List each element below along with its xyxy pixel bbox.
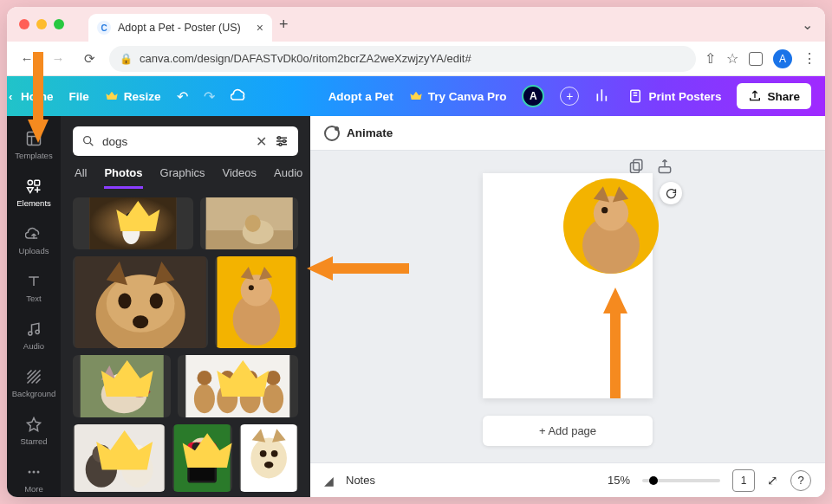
page-count-button[interactable]: 1 xyxy=(732,469,755,492)
chrome-menu-icon[interactable]: ⋮ xyxy=(803,50,816,67)
zoom-slider[interactable] xyxy=(642,479,720,482)
text-icon xyxy=(25,273,42,290)
rail-item-elements[interactable]: Elements xyxy=(7,169,61,216)
back-button[interactable]: ← xyxy=(16,48,38,70)
panel-tab-graphics[interactable]: Graphics xyxy=(160,166,205,189)
url-text: canva.com/design/DAFASTvDk0o/ritom2bcrZA… xyxy=(140,52,471,65)
notes-icon: ◢ xyxy=(324,474,334,488)
add-collaborator-button[interactable]: + xyxy=(560,87,579,106)
svg-point-5 xyxy=(36,330,39,333)
filters-icon[interactable] xyxy=(274,133,289,149)
panel-tab-videos[interactable]: Videos xyxy=(223,166,257,189)
photo-thumbnail[interactable] xyxy=(200,197,298,249)
elements-icon xyxy=(25,178,42,195)
photo-thumbnail[interactable] xyxy=(239,424,298,492)
rail-item-more[interactable]: More xyxy=(7,455,61,497)
tab-close-icon[interactable]: × xyxy=(257,21,263,35)
resize-button[interactable]: Resize xyxy=(105,89,161,103)
share-button[interactable]: Share xyxy=(737,83,811,109)
photo-thumbnail[interactable] xyxy=(172,424,231,492)
favicon-icon: C xyxy=(97,21,111,35)
reload-button[interactable]: ⟳ xyxy=(78,48,101,70)
window-controls[interactable] xyxy=(19,19,64,29)
search-icon xyxy=(81,134,95,148)
project-title[interactable]: Adopt a Pet xyxy=(328,90,393,103)
new-tab-button[interactable]: + xyxy=(279,16,289,34)
svg-point-29 xyxy=(241,275,272,306)
starred-icon xyxy=(25,416,42,433)
rail-label: Text xyxy=(26,294,41,303)
pro-badge-icon xyxy=(183,355,298,412)
chrome-profile-avatar[interactable]: A xyxy=(773,49,792,68)
svg-point-6 xyxy=(29,471,31,474)
photo-thumbnail[interactable] xyxy=(73,424,166,492)
bookmark-icon[interactable]: ☆ xyxy=(726,50,738,67)
elements-search-input[interactable] xyxy=(102,135,249,148)
rail-label: Background xyxy=(12,389,56,398)
user-avatar[interactable]: A xyxy=(522,85,544,107)
svg-point-62 xyxy=(264,462,273,468)
background-icon xyxy=(25,368,42,385)
rail-item-background[interactable]: Background xyxy=(7,359,61,407)
rail-label: Uploads xyxy=(19,246,49,255)
animate-icon xyxy=(324,126,340,141)
clear-search-icon[interactable]: ✕ xyxy=(256,133,267,150)
tab-title: Adopt a Pet - Poster (US) xyxy=(118,22,241,34)
home-button[interactable]: ‹ Home xyxy=(21,90,54,103)
svg-point-11 xyxy=(283,140,286,143)
undo-button[interactable]: ↶ xyxy=(177,88,188,105)
redo-button[interactable]: ↷ xyxy=(204,88,215,105)
export-page-icon[interactable] xyxy=(656,158,673,175)
browser-tab[interactable]: C Adopt a Pet - Poster (US) × xyxy=(88,14,272,42)
photo-results-grid xyxy=(61,197,310,497)
animate-button[interactable]: Animate xyxy=(347,126,393,139)
panel-tab-photos[interactable]: Photos xyxy=(104,166,142,189)
rail-item-templates[interactable]: Templates xyxy=(7,121,61,169)
page-sync-button[interactable] xyxy=(660,182,682,204)
templates-icon xyxy=(25,130,42,147)
fullscreen-button[interactable]: ⤢ xyxy=(767,473,778,488)
photo-thumbnail[interactable] xyxy=(73,355,171,417)
rail-item-uploads[interactable]: Uploads xyxy=(7,216,61,264)
svg-point-25 xyxy=(150,293,163,308)
help-button[interactable]: ? xyxy=(790,470,811,491)
try-pro-button[interactable]: Try Canva Pro xyxy=(409,89,507,103)
svg-point-30 xyxy=(249,285,254,290)
photo-thumbnail[interactable] xyxy=(73,197,193,249)
svg-rect-66 xyxy=(631,163,640,173)
address-bar[interactable]: 🔒 canva.com/design/DAFASTvDk0o/ritom2bcr… xyxy=(109,46,696,72)
extensions-icon[interactable] xyxy=(749,52,763,66)
svg-point-2 xyxy=(28,180,32,184)
rail-item-text[interactable]: Text xyxy=(7,264,61,312)
cloud-sync-icon[interactable] xyxy=(231,87,248,107)
svg-point-20 xyxy=(244,215,260,232)
insights-icon[interactable] xyxy=(595,87,612,107)
panel-tab-audio[interactable]: Audio xyxy=(274,166,302,189)
more-icon xyxy=(25,463,42,481)
panel-tab-all[interactable]: All xyxy=(75,166,87,189)
svg-point-60 xyxy=(259,450,266,457)
photo-thumbnail[interactable] xyxy=(178,355,298,417)
share-icon xyxy=(748,89,762,103)
add-page-button[interactable]: + Add page xyxy=(483,416,653,446)
search-input-wrap: ✕ xyxy=(73,126,298,156)
placed-circle-image[interactable] xyxy=(563,178,659,274)
photo-thumbnail[interactable] xyxy=(73,256,208,348)
rail-item-audio[interactable]: Audio xyxy=(7,312,61,359)
photo-thumbnail[interactable] xyxy=(215,256,298,348)
share-chrome-icon[interactable]: ⇧ xyxy=(705,50,716,67)
rail-label: Templates xyxy=(15,151,52,160)
notes-button[interactable]: Notes xyxy=(346,474,375,487)
rail-item-starred[interactable]: Starred xyxy=(7,407,61,455)
rail-label: Elements xyxy=(16,198,51,208)
duplicate-page-icon[interactable] xyxy=(628,158,646,175)
design-page[interactable] xyxy=(483,173,653,398)
tabs-overflow-icon[interactable]: ⌄ xyxy=(802,16,813,33)
file-menu[interactable]: File xyxy=(69,90,89,103)
svg-rect-65 xyxy=(634,160,642,171)
svg-rect-1 xyxy=(28,132,41,145)
svg-point-7 xyxy=(33,471,36,474)
svg-point-70 xyxy=(594,196,628,230)
print-posters-button[interactable]: Print Posters xyxy=(627,88,721,104)
forward-button[interactable]: → xyxy=(47,48,69,70)
